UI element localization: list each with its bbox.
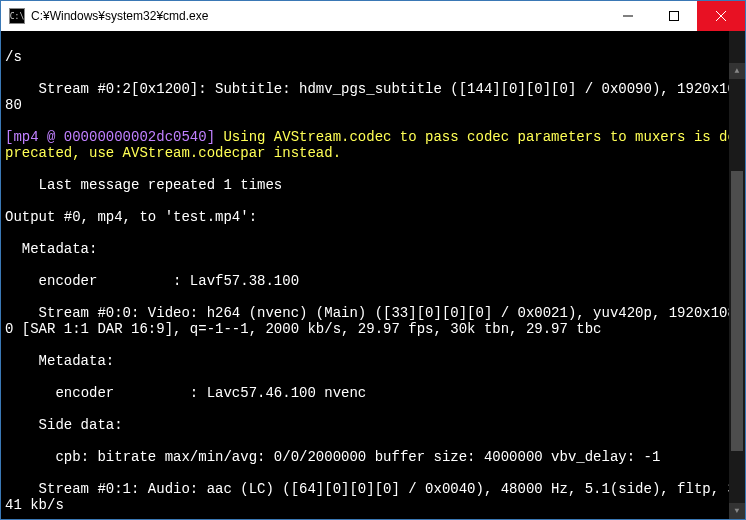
chevron-up-icon: ▲ — [735, 63, 740, 79]
term-line: Stream #0:2[0x1200]: Subtitle: hdmv_pgs_… — [5, 81, 741, 113]
terminal-output[interactable]: /s Stream #0:2[0x1200]: Subtitle: hdmv_p… — [1, 31, 745, 519]
maximize-icon — [669, 11, 679, 21]
close-icon — [716, 11, 726, 21]
scrollbar[interactable]: ▲ ▼ — [729, 31, 745, 519]
chevron-down-icon: ▼ — [735, 503, 740, 519]
close-button[interactable] — [697, 1, 745, 31]
window-title: C:¥Windows¥system32¥cmd.exe — [31, 9, 208, 23]
term-line: Stream #0:0: Video: h264 (nvenc) (Main) … — [5, 305, 741, 337]
term-line: cpb: bitrate max/min/avg: 0/0/2000000 bu… — [5, 449, 741, 465]
scroll-down-button[interactable]: ▼ — [729, 503, 745, 519]
term-line: [mp4 @ 00000000002dc0540] Using AVStream… — [5, 129, 741, 161]
log-tag: [mp4 @ 00000000002dc0540] — [5, 129, 223, 145]
maximize-button[interactable] — [651, 1, 697, 31]
cmd-window: C:\ C:¥Windows¥system32¥cmd.exe /s Strea… — [0, 0, 746, 520]
scroll-thumb[interactable] — [731, 171, 743, 451]
titlebar[interactable]: C:\ C:¥Windows¥system32¥cmd.exe — [1, 1, 745, 31]
term-line: Metadata: — [5, 241, 741, 257]
term-line: Stream #0:1: Audio: aac (LC) ([64][0][0]… — [5, 481, 741, 513]
scroll-up-button[interactable]: ▲ — [729, 63, 745, 79]
term-line: Side data: — [5, 417, 741, 433]
term-line: Metadata: — [5, 353, 741, 369]
term-line: encoder : Lavf57.38.100 — [5, 273, 741, 289]
term-line: /s — [5, 49, 741, 65]
cmd-icon: C:\ — [9, 8, 25, 24]
minimize-icon — [623, 11, 633, 21]
minimize-button[interactable] — [605, 1, 651, 31]
term-line: Output #0, mp4, to 'test.mp4': — [5, 209, 741, 225]
term-line: encoder : Lavc57.46.100 nvenc — [5, 385, 741, 401]
svg-rect-1 — [670, 12, 679, 21]
term-line: Last message repeated 1 times — [5, 177, 741, 193]
